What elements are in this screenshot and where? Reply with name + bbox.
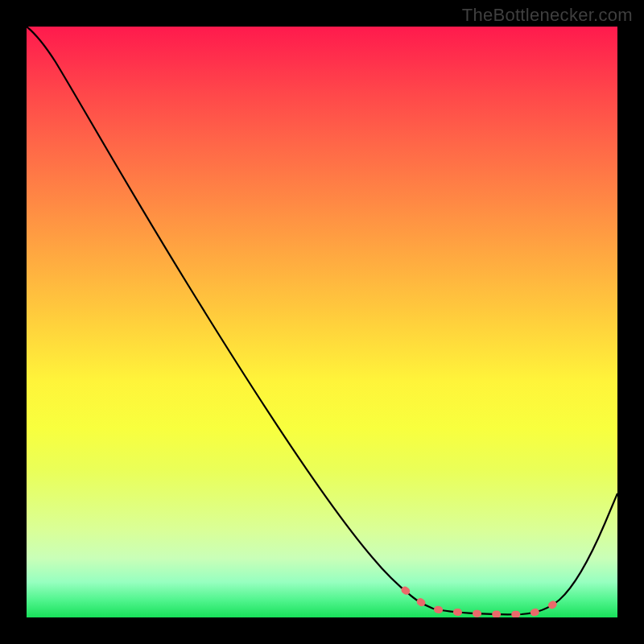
chart-container: TheBottlenecker.com	[0, 0, 644, 644]
plot-area	[27, 27, 617, 617]
chart-svg	[27, 27, 617, 617]
bottleneck-curve-line	[27, 27, 617, 614]
attribution-text: TheBottlenecker.com	[462, 5, 633, 26]
